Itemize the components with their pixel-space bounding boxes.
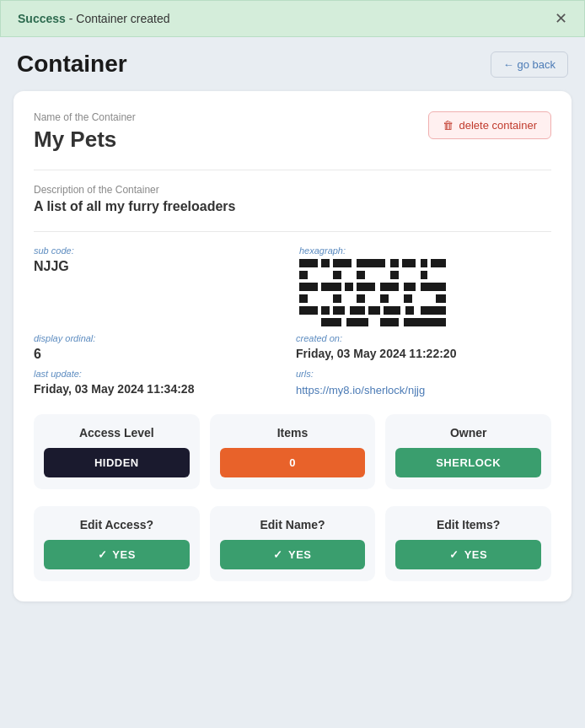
name-label: Name of the Container — [34, 111, 136, 123]
last-update-label: last update: — [34, 369, 289, 379]
svg-rect-2 — [333, 259, 352, 267]
display-ordinal-value: 6 — [34, 347, 289, 362]
svg-rect-26 — [299, 306, 318, 315]
container-name: My Pets — [34, 127, 136, 153]
name-section: Name of the Container My Pets 🗑 delete c… — [34, 111, 551, 153]
sub-code-value: NJJG — [34, 259, 286, 274]
divider-1 — [34, 170, 551, 170]
edit-items-card: Edit Items? ✓ YES — [385, 506, 551, 581]
svg-rect-9 — [333, 271, 341, 279]
page-title: Container — [17, 51, 127, 78]
edit-items-label: YES — [464, 548, 488, 561]
svg-rect-8 — [299, 271, 308, 279]
svg-rect-27 — [321, 306, 330, 315]
svg-rect-28 — [333, 306, 345, 315]
svg-rect-18 — [404, 283, 416, 291]
container-description: A list of all my furry freeloaders — [34, 199, 551, 214]
svg-rect-7 — [431, 259, 446, 267]
edit-access-label: YES — [112, 548, 136, 561]
meta-grid-top: sub code: NJJG hexagraph: — [34, 245, 551, 326]
items-title: Items — [220, 426, 366, 439]
created-on-block: created on: Friday, 03 May 2024 11:22:20 — [296, 333, 551, 362]
access-level-card: Access Level HIDDEN — [34, 414, 200, 489]
created-on-value: Friday, 03 May 2024 11:22:20 — [296, 347, 551, 360]
edit-cards-grid: Edit Access? ✓ YES Edit Name? ✓ YES Edit… — [34, 506, 551, 581]
check-icon-2: ✓ — [273, 548, 283, 561]
edit-access-title: Edit Access? — [44, 518, 190, 531]
edit-items-title: Edit Items? — [395, 518, 541, 531]
items-button[interactable]: 0 — [220, 448, 366, 477]
hexagraph-visual — [299, 259, 551, 326]
access-level-button[interactable]: HIDDEN — [44, 448, 190, 477]
svg-rect-11 — [390, 271, 399, 279]
delete-container-button[interactable]: 🗑 delete container — [428, 111, 551, 139]
last-update-block: last update: Friday, 03 May 2024 11:34:2… — [34, 369, 289, 397]
display-ordinal-label: display ordinal: — [34, 333, 289, 343]
info-cards-grid: Access Level HIDDEN Items 0 Owner SHERLO… — [34, 414, 551, 489]
svg-rect-21 — [333, 294, 341, 303]
display-ordinal-block: display ordinal: 6 — [34, 333, 289, 362]
svg-rect-4 — [390, 259, 399, 267]
banner-success-label: Success — [18, 12, 66, 25]
urls-label: urls: — [296, 369, 551, 379]
edit-name-card: Edit Name? ✓ YES — [210, 506, 376, 581]
delete-btn-label: delete container — [459, 119, 537, 132]
svg-rect-0 — [299, 259, 318, 267]
svg-rect-30 — [368, 306, 380, 315]
owner-title: Owner — [395, 426, 541, 439]
edit-name-title: Edit Name? — [220, 518, 366, 531]
last-update-value: Friday, 03 May 2024 11:34:28 — [34, 382, 289, 396]
hexagraph-block: hexagraph: — [299, 245, 551, 326]
hexagraph-label: hexagraph: — [299, 245, 551, 256]
page-header: Container ← go back — [0, 51, 585, 91]
svg-rect-31 — [384, 306, 400, 315]
sub-code-label: sub code: — [34, 245, 286, 256]
edit-access-card: Edit Access? ✓ YES — [34, 506, 200, 581]
go-back-button[interactable]: ← go back — [491, 51, 568, 78]
urls-block: urls: https://my8.io/sherlock/njjg — [296, 369, 551, 397]
svg-rect-10 — [357, 271, 365, 279]
success-banner: Success - Container created ✕ — [0, 0, 585, 37]
svg-rect-13 — [299, 283, 318, 291]
access-level-title: Access Level — [44, 426, 190, 439]
svg-rect-12 — [421, 271, 427, 279]
svg-rect-6 — [421, 259, 427, 267]
created-on-label: created on: — [296, 333, 551, 343]
svg-rect-5 — [402, 259, 416, 267]
edit-name-label: YES — [288, 548, 312, 561]
edit-access-button[interactable]: ✓ YES — [44, 540, 190, 569]
hexagraph-svg — [299, 259, 447, 326]
svg-rect-22 — [357, 294, 365, 303]
svg-rect-20 — [299, 294, 308, 303]
svg-rect-15 — [345, 283, 353, 291]
check-icon-1: ✓ — [98, 548, 108, 561]
divider-2 — [34, 231, 551, 232]
items-card: Items 0 — [210, 414, 376, 489]
trash-icon: 🗑 — [443, 119, 454, 132]
svg-rect-37 — [404, 318, 446, 326]
svg-rect-29 — [350, 306, 365, 315]
svg-rect-14 — [321, 283, 341, 291]
svg-rect-36 — [380, 318, 399, 326]
svg-rect-1 — [321, 259, 330, 267]
sub-code-block: sub code: NJJG — [34, 245, 286, 326]
container-name-block: Name of the Container My Pets — [34, 111, 136, 153]
description-section: Description of the Container A list of a… — [34, 184, 551, 214]
edit-name-button[interactable]: ✓ YES — [220, 540, 366, 569]
check-icon-3: ✓ — [449, 548, 459, 561]
main-card: Name of the Container My Pets 🗑 delete c… — [13, 91, 572, 601]
svg-rect-34 — [321, 318, 341, 326]
svg-rect-32 — [405, 306, 414, 315]
svg-rect-24 — [404, 294, 412, 303]
svg-rect-23 — [380, 294, 389, 303]
svg-rect-33 — [421, 306, 446, 315]
banner-text: Success - Container created — [18, 12, 170, 25]
svg-rect-3 — [357, 259, 385, 267]
close-banner-button[interactable]: ✕ — [555, 11, 567, 26]
svg-rect-19 — [421, 283, 446, 291]
svg-rect-17 — [380, 283, 399, 291]
svg-rect-25 — [436, 294, 446, 303]
container-url[interactable]: https://my8.io/sherlock/njjg — [296, 384, 425, 396]
edit-items-button[interactable]: ✓ YES — [395, 540, 541, 569]
owner-button[interactable]: SHERLOCK — [395, 448, 541, 477]
